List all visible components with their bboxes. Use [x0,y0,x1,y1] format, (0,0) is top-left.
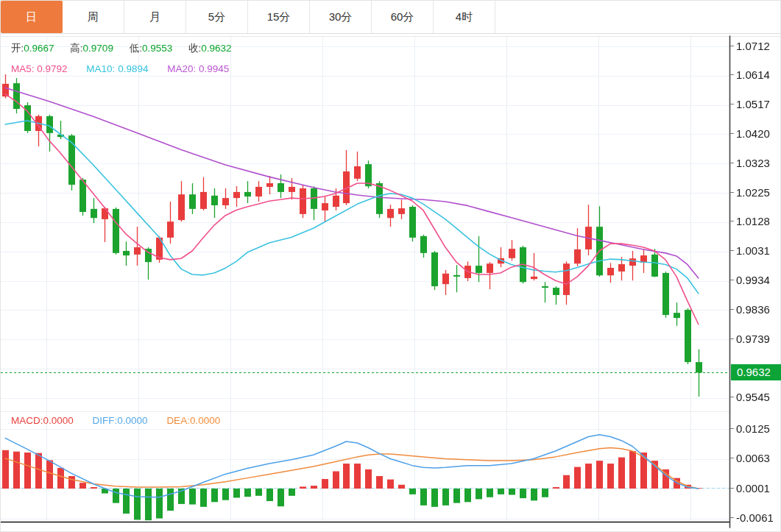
open-label: 开: [11,43,24,54]
macd-tick-label: 0.0063 [730,452,770,464]
low-value: 0.9553 [142,43,172,54]
ma10-label: MA10: [86,63,115,74]
candlestick-macd-chart-canvas[interactable] [1,1,781,532]
tab-4hour[interactable]: 4时 [434,1,495,33]
diff-value: 0.0000 [117,415,147,426]
macd-label: MACD: [11,415,43,426]
price-tick-label: 1.0614 [730,68,770,81]
macd-tick-label: -0.0061 [730,511,774,524]
ma5-value: 0.9792 [37,63,67,74]
dea-value: 0.0000 [190,415,220,426]
ma20-value: 0.9945 [199,63,229,74]
low-label: 低: [130,43,142,54]
high-value: 0.9709 [83,43,113,54]
price-tick-label: 0.9836 [730,303,770,316]
last-price-badge: 0.9632 [731,364,781,380]
tab-15min[interactable]: 15分 [248,1,310,33]
price-tick-label: 0.9739 [730,333,770,345]
macd-tick-label: 0.0001 [730,482,770,494]
tab-week[interactable]: 周 [63,1,124,33]
macd-value: 0.0000 [43,415,74,426]
ohlc-info: 开:0.9667 高:0.9709 低:0.9553 收:0.9632 [11,42,245,55]
tab-60min[interactable]: 60分 [372,1,434,33]
kline-chart-app: 日 周 月 5分 15分 30分 60分 4时 开:0.9667 高:0.970… [0,0,781,532]
high-label: 高: [70,43,82,54]
price-tick-label: 0.9545 [730,391,770,403]
tab-5min[interactable]: 5分 [186,1,248,33]
close-label: 收: [188,43,201,54]
price-tick-label: 0.9934 [730,274,770,286]
close-value: 0.9632 [201,43,231,54]
macd-tick-label: 0.0125 [730,422,770,435]
tab-day[interactable]: 日 [1,1,63,33]
ma5-label: MA5: [11,63,35,74]
ma10-value: 0.9894 [118,63,148,74]
price-tick-label: 1.0517 [730,98,770,110]
diff-label: DIFF: [93,415,118,426]
tab-month[interactable]: 月 [124,1,186,33]
dea-label: DEA: [166,415,190,426]
price-tick-label: 1.0323 [730,157,770,169]
price-tick-label: 1.0128 [730,215,770,227]
ma-info: MA5: 0.9792 MA10: 0.9894 MA20: 0.9945 [11,63,229,74]
price-tick-label: 1.0420 [730,127,770,140]
price-tick-label: 1.0031 [730,244,770,257]
timeframe-tabbar: 日 周 月 5分 15分 30分 60分 4时 [1,1,780,34]
price-tick-label: 1.0712 [730,40,770,52]
open-value: 0.9667 [24,43,54,54]
macd-info: MACD:0.0000 DIFF:0.0000 DEA:0.0000 [11,415,220,426]
ma20-label: MA20: [167,63,196,74]
price-tick-label: 1.0225 [730,186,770,199]
tab-30min[interactable]: 30分 [310,1,372,33]
